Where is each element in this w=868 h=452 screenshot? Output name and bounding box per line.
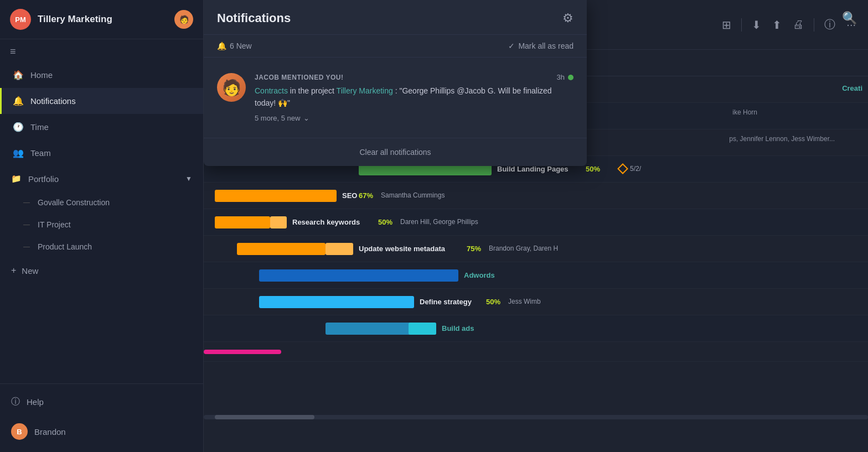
gantt-row: Update website metadata 75% Brandon Gray…: [204, 236, 868, 262]
sidebar-subitem-product[interactable]: Product Launch: [0, 236, 203, 258]
milestone-date: 5/2/: [630, 165, 641, 173]
plus-icon: +: [11, 266, 16, 276]
workspace-title: Tillery Marketing: [38, 14, 168, 25]
sidebar: PM Tillery Marketing 🧑 ≡ 🏠 Home 🔔 Notifi…: [0, 0, 204, 452]
sidebar-nav: 🏠 Home 🔔 Notifications 🕐 Time 👥 Team 📁 P…: [0, 62, 203, 383]
time-label: 3h: [557, 73, 565, 81]
sidebar-menu-icon[interactable]: ≡: [0, 41, 203, 62]
sub-item-label-govalle: Govalle Construction: [38, 198, 110, 207]
sidebar-item-user[interactable]: B Brandon: [0, 415, 203, 448]
task-label-adwords: Adwords: [464, 271, 495, 279]
task-label-research-kw: Research keywords: [292, 218, 360, 226]
person-define-strategy: Jess Wimb: [508, 298, 541, 305]
app-logo[interactable]: PM: [10, 9, 31, 30]
milestone: [617, 163, 628, 174]
share-icon[interactable]: ⬆: [769, 16, 785, 34]
sidebar-item-help[interactable]: ⓘ Help: [0, 388, 203, 415]
task-label-build-ads: Build ads: [442, 324, 474, 332]
chevron-down-icon: ⌄: [303, 114, 309, 122]
task-label-build-landing: Build Landing Pages: [497, 165, 569, 173]
grid-icon[interactable]: ⊞: [719, 16, 735, 34]
person-research-kw: Daren Hill, George Phillips: [400, 218, 478, 226]
bell-icon-small: 🔔: [217, 41, 226, 50]
new-count-label: 6 New: [230, 41, 252, 50]
pct-seo: 67%: [359, 191, 373, 200]
more-text: 5 more, 5 new: [255, 114, 300, 122]
search-button[interactable]: 🔍: [842, 11, 857, 25]
show-more-button[interactable]: 5 more, 5 new ⌄: [255, 114, 574, 122]
assignee-overlay-1: ike Horn: [732, 108, 757, 116]
print-icon[interactable]: 🖨: [789, 16, 807, 33]
separator: [741, 18, 742, 32]
mark-all-read-button[interactable]: ✓ Mark all as read: [508, 41, 574, 50]
notification-message: Contracts in the project Tillery Marketi…: [255, 85, 574, 110]
assignee-overlay-2: ps, Jennifer Lennon, Jess Wimber...: [729, 135, 835, 143]
user-avatar-header[interactable]: 🧑: [174, 10, 193, 29]
user-avatar: B: [11, 423, 28, 440]
gantt-tools: ⊞ ⬇ ⬆ 🖨 ⓘ ···: [719, 15, 859, 34]
sidebar-item-notifications[interactable]: 🔔 Notifications: [0, 88, 203, 114]
new-item-button[interactable]: + New: [0, 258, 203, 283]
gantt-row: Adwords: [204, 262, 868, 289]
pct-define-strategy: 50%: [486, 298, 500, 306]
notification-header: Notifications ⚙: [204, 0, 587, 35]
separator2: [814, 18, 814, 32]
sidebar-subitem-it[interactable]: IT Project: [0, 214, 203, 236]
sidebar-subitem-govalle[interactable]: Govalle Construction: [0, 191, 203, 214]
notification-time: 3h: [557, 73, 574, 81]
sub-item-label-product: Product Launch: [38, 242, 92, 251]
sidebar-item-label-portfolio: Portfolio: [28, 174, 59, 184]
online-dot: [568, 75, 574, 80]
pct-build-landing: 50%: [586, 165, 600, 173]
chevron-down-icon: ▼: [185, 175, 192, 183]
notification-item: 🧑 JACOB MENTIONED YOU! 3h Contracts in t…: [217, 66, 574, 129]
notification-body: 🧑 JACOB MENTIONED YOU! 3h Contracts in t…: [204, 58, 587, 138]
new-item-label: New: [22, 266, 38, 276]
portfolio-icon: 📁: [11, 174, 22, 184]
sidebar-item-time[interactable]: 🕐 Time: [0, 114, 203, 140]
gantt-scrollbar-thumb[interactable]: [215, 415, 314, 419]
gantt-row: SEO 67% Samantha Cummings: [204, 183, 868, 209]
settings-icon[interactable]: ⚙: [562, 11, 574, 25]
notification-actor: JACOB MENTIONED YOU!: [255, 74, 343, 81]
check-icon: ✓: [508, 41, 515, 50]
sidebar-footer: ⓘ Help B Brandon: [0, 383, 203, 452]
group-label: Creati: [842, 84, 862, 92]
sidebar-item-portfolio[interactable]: 📁 Portfolio ▼: [0, 166, 203, 191]
person-update-meta: Brandon Gray, Daren H: [489, 245, 558, 252]
sidebar-header: PM Tillery Marketing 🧑: [0, 0, 203, 39]
person-seo: Samantha Cummings: [381, 191, 445, 199]
notification-subheader: 🔔 6 New ✓ Mark all as read: [204, 35, 587, 58]
notification-panel: Notifications ⚙ 🔔 6 New ✓ Mark all as re…: [204, 0, 587, 166]
help-icon: ⓘ: [11, 396, 20, 408]
bell-icon: 🔔: [13, 96, 24, 106]
contracts-link[interactable]: Contracts: [255, 86, 288, 95]
gantt-scrollbar-track[interactable]: [204, 415, 868, 419]
main-area: ⊞ ⬇ ⬆ 🖨 ⓘ ··· APR, 24 '22 F S S M: [204, 0, 868, 452]
notification-title: Notifications: [217, 11, 291, 25]
notification-meta: JACOB MENTIONED YOU! 3h: [255, 73, 574, 81]
project-link[interactable]: Tillery Marketing: [337, 86, 393, 95]
team-icon: 👥: [13, 148, 24, 158]
download-icon[interactable]: ⬇: [748, 16, 764, 34]
clear-all-button[interactable]: Clear all notifications: [359, 148, 431, 157]
gantt-row: [204, 342, 868, 362]
gantt-row: Build ads: [204, 315, 868, 342]
gantt-row: Define strategy 50% Jess Wimb: [204, 289, 868, 315]
info-icon[interactable]: ⓘ: [821, 15, 839, 34]
task-label-update-meta: Update website metadata: [359, 245, 445, 253]
user-name: Brandon: [34, 427, 66, 437]
gantt-row: Research keywords 50% Daren Hill, George…: [204, 209, 868, 236]
notification-content: JACOB MENTIONED YOU! 3h Contracts in the…: [255, 73, 574, 122]
message-text-1: in the project: [290, 86, 337, 95]
clock-icon: 🕐: [13, 122, 24, 132]
notification-footer: Clear all notifications: [204, 138, 587, 166]
sidebar-item-team[interactable]: 👥 Team: [0, 140, 203, 166]
task-label-seo: SEO: [342, 191, 357, 200]
sidebar-item-label-help: Help: [27, 397, 44, 407]
sidebar-item-home[interactable]: 🏠 Home: [0, 62, 203, 88]
notif-avatar: 🧑: [217, 73, 246, 102]
sidebar-item-label-home: Home: [30, 70, 53, 80]
pct-research-kw: 50%: [378, 218, 392, 226]
pct-update-meta: 75%: [467, 245, 481, 253]
